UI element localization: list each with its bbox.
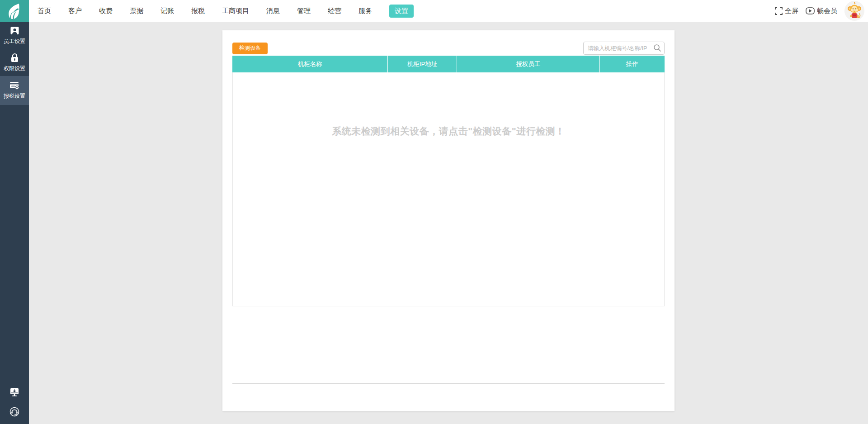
- sidebar-item-label: 报税设置: [4, 92, 25, 100]
- nav-item-management[interactable]: 管理: [288, 0, 319, 22]
- topbar-right-tools: 全屏 畅会员: [775, 1, 868, 21]
- search-icon[interactable]: [653, 44, 661, 54]
- app-logo[interactable]: [0, 0, 29, 22]
- nav-item-invoice[interactable]: 票据: [121, 0, 152, 22]
- col-header-cabinet-ip: 机柜IP地址: [388, 56, 457, 72]
- fullscreen-label: 全屏: [785, 7, 798, 15]
- fullscreen-icon: [775, 7, 783, 15]
- member-play-icon: [806, 7, 815, 14]
- nav-item-service[interactable]: 服务: [350, 0, 381, 22]
- device-table-header: 机柜名称 机柜IP地址 授权员工 操作: [232, 56, 665, 72]
- device-panel: 检测设备 机柜名称 机柜IP地址 授权员工 操作 系统未检测到相关设备，请点击"…: [222, 30, 675, 411]
- nav-item-charge[interactable]: 收费: [90, 0, 121, 22]
- main-area: 检测设备 机柜名称 机柜IP地址 授权员工 操作 系统未检测到相关设备，请点击"…: [29, 22, 868, 424]
- col-header-actions: 操作: [600, 56, 665, 72]
- detect-device-button[interactable]: 检测设备: [232, 43, 268, 54]
- nav-item-message[interactable]: 消息: [258, 0, 288, 22]
- col-header-cabinet-name: 机柜名称: [232, 56, 388, 72]
- panel-toolbar: 检测设备: [232, 42, 665, 55]
- nav-item-client[interactable]: 客户: [60, 0, 90, 22]
- member-label: 畅会员: [817, 7, 837, 15]
- main-nav: 首页 客户 收费 票据 记账 报税 工商项目 消息 管理 经营 服务 设置: [29, 0, 422, 22]
- sidebar: 员工设置 权限设置: [0, 22, 29, 424]
- leaf-logo-icon: [7, 3, 22, 19]
- nav-item-home[interactable]: 首页: [29, 0, 60, 22]
- cabinet-search: [583, 42, 665, 55]
- customer-service-icon[interactable]: [9, 407, 19, 417]
- member-button[interactable]: 畅会员: [806, 7, 837, 15]
- monkey-avatar-image: [844, 1, 864, 21]
- device-table-body: 系统未检测到相关设备，请点击"检测设备"进行检测！: [232, 72, 665, 306]
- nav-item-tax[interactable]: 报税: [183, 0, 213, 22]
- sidebar-item-tax-settings[interactable]: 报税设置: [0, 76, 29, 105]
- footer-divider: [232, 383, 665, 384]
- fullscreen-button[interactable]: 全屏: [775, 7, 798, 15]
- nav-item-operation[interactable]: 经营: [319, 0, 350, 22]
- col-header-authorized-staff: 授权员工: [457, 56, 599, 72]
- sidebar-bottom-tools: [0, 388, 29, 424]
- lock-icon: [10, 53, 19, 62]
- tax-card-gear-icon: [9, 81, 19, 90]
- employee-badge-icon: [10, 26, 19, 35]
- cabinet-search-input[interactable]: [583, 42, 665, 55]
- sidebar-item-label: 权限设置: [4, 65, 25, 72]
- nav-item-business-project[interactable]: 工商项目: [213, 0, 258, 22]
- empty-state-message: 系统未检测到相关设备，请点击"检测设备"进行检测！: [233, 72, 664, 138]
- sidebar-item-label: 员工设置: [4, 38, 25, 45]
- topbar: 首页 客户 收费 票据 记账 报税 工商项目 消息 管理 经营 服务 设置 全屏: [0, 0, 868, 22]
- client-download-icon[interactable]: [9, 388, 19, 397]
- user-avatar[interactable]: [844, 1, 864, 21]
- nav-item-bookkeeping[interactable]: 记账: [152, 0, 183, 22]
- nav-item-settings[interactable]: 设置: [381, 0, 422, 22]
- sidebar-item-permission-settings[interactable]: 权限设置: [0, 49, 29, 76]
- sidebar-item-employee-settings[interactable]: 员工设置: [0, 22, 29, 49]
